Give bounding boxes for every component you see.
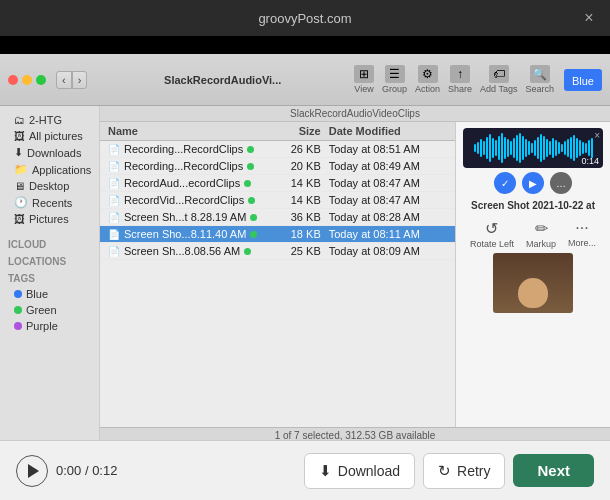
- sidebar-tag-green-label: Green: [26, 304, 57, 316]
- sidebar-tag-purple[interactable]: Purple: [0, 318, 99, 334]
- play-waveform-button[interactable]: ▶: [522, 172, 544, 194]
- favorites-section: 🗂 2-HTG 🖼 All pictures ⬇ Downloads 📁 App…: [0, 112, 99, 227]
- path-bar: SlackRecordAudioVideoClips: [100, 106, 610, 122]
- rotate-left-label: Rotate Left: [470, 239, 514, 249]
- file-size-cell: 14 KB: [266, 194, 321, 206]
- file-size-cell: 18 KB: [266, 228, 321, 240]
- green-dot: [247, 146, 254, 153]
- sidebar-item-applications[interactable]: 📁 Applications: [0, 161, 99, 178]
- waveform-bar: [558, 142, 560, 154]
- add-tags-action[interactable]: 🏷 Add Tags: [480, 65, 517, 94]
- markup-action[interactable]: ✏ Markup: [526, 219, 556, 249]
- waveform-bar: [552, 138, 554, 158]
- expand-traffic-light[interactable]: [36, 75, 46, 85]
- sidebar-item-pictures[interactable]: 🖼 Pictures: [0, 211, 99, 227]
- share-label: Share: [448, 84, 472, 94]
- pictures-folder-icon: 🖼: [14, 213, 25, 225]
- group-action[interactable]: ☰ Group: [382, 65, 407, 94]
- waveform-bar: [582, 142, 584, 154]
- sidebar-tag-green[interactable]: Green: [0, 302, 99, 318]
- waveform-bar: [579, 140, 581, 156]
- file-name-cell: 📄 RecordVid...RecordClips: [108, 194, 266, 206]
- col-date-header: Date Modified: [329, 125, 447, 137]
- sidebar-item-all-pictures[interactable]: 🖼 All pictures: [0, 128, 99, 144]
- blue-tag-dot: [14, 290, 22, 298]
- waveform-bar: [501, 133, 503, 163]
- back-button[interactable]: ‹: [56, 71, 72, 89]
- waveform-bar: [534, 140, 536, 156]
- rotate-left-icon: ↺: [485, 219, 498, 238]
- group-icon: ☰: [385, 65, 405, 83]
- search-action[interactable]: 🔍 Search: [525, 65, 554, 94]
- waveform-bar: [528, 141, 530, 155]
- view-action[interactable]: ⊞ View: [354, 65, 374, 94]
- download-label: Download: [338, 463, 400, 479]
- search-value: Blue: [572, 75, 594, 87]
- retry-button[interactable]: ↻ Retry: [423, 453, 505, 489]
- play-button[interactable]: [16, 455, 48, 487]
- file-name-cell: 📄 Screen Sho...8.11.40 AM: [108, 228, 266, 240]
- minimize-traffic-light[interactable]: [22, 75, 32, 85]
- sidebar-item-downloads[interactable]: ⬇ Downloads: [0, 144, 99, 161]
- waveform-time: 0:14: [581, 156, 599, 166]
- desktop-icon: 🖥: [14, 180, 25, 192]
- file-type-icon: 📄: [108, 178, 120, 189]
- sidebar-tag-blue-label: Blue: [26, 288, 48, 300]
- thumbnail-preview: [493, 253, 573, 313]
- table-row[interactable]: 📄 Recording...RecordClips 20 KB Today at…: [100, 158, 455, 175]
- share-action[interactable]: ↑ Share: [448, 65, 472, 94]
- sidebar-item-label: All pictures: [29, 130, 83, 142]
- finder-status-bar: 1 of 7 selected, 312.53 GB available: [100, 427, 610, 440]
- close-button[interactable]: ×: [580, 9, 598, 27]
- tags-header: Tags: [0, 269, 99, 286]
- waveform-close[interactable]: ×: [594, 130, 600, 141]
- waveform-bar: [510, 141, 512, 155]
- table-row[interactable]: 📄 Recording...RecordClips 26 KB Today at…: [100, 141, 455, 158]
- waveform-bar: [507, 139, 509, 157]
- waveform-bar: [492, 138, 494, 158]
- markup-icon: ✏: [535, 219, 548, 238]
- finder-body: 🗂 2-HTG 🖼 All pictures ⬇ Downloads 📁 App…: [0, 106, 610, 440]
- search-field[interactable]: Blue: [564, 69, 602, 91]
- waveform-bar: [567, 139, 569, 157]
- waveform-bar: [495, 140, 497, 156]
- table-row[interactable]: 📄 RecordVid...RecordClips 14 KB Today at…: [100, 192, 455, 209]
- site-title: groovyPost.com: [258, 11, 351, 26]
- download-button[interactable]: ⬇ Download: [304, 453, 415, 489]
- purple-tag-dot: [14, 322, 22, 330]
- download-icon: ⬇: [319, 462, 332, 480]
- waveform-area: × 0:14: [463, 128, 603, 168]
- file-size-cell: 14 KB: [266, 177, 321, 189]
- sidebar-item-2htg[interactable]: 🗂 2-HTG: [0, 112, 99, 128]
- table-row[interactable]: 📄 RecordAud...ecordClips 14 KB Today at …: [100, 175, 455, 192]
- file-size-cell: 26 KB: [266, 143, 321, 155]
- sidebar-tag-blue[interactable]: Blue: [0, 286, 99, 302]
- waveform-bar: [480, 139, 482, 157]
- file-date-cell: Today at 08:47 AM: [329, 177, 447, 189]
- bottom-bar: 0:00 / 0:12 ⬇ Download ↻ Retry Next: [0, 440, 610, 500]
- table-row[interactable]: 📄 Screen Sho...8.11.40 AM 18 KB Today at…: [100, 226, 455, 243]
- rotate-left-action[interactable]: ↺ Rotate Left: [470, 219, 514, 249]
- table-row[interactable]: 📄 Screen Sh...t 8.28.19 AM 36 KB Today a…: [100, 209, 455, 226]
- time-display: 0:00 / 0:12: [56, 463, 117, 478]
- search-label: Search: [525, 84, 554, 94]
- file-date-cell: Today at 08:28 AM: [329, 211, 447, 223]
- close-traffic-light[interactable]: [8, 75, 18, 85]
- file-type-icon: 📄: [108, 195, 120, 206]
- waveform-bars: [471, 128, 596, 168]
- waveform-bar: [489, 134, 491, 162]
- check-button[interactable]: ✓: [494, 172, 516, 194]
- forward-button[interactable]: ›: [72, 71, 88, 89]
- green-dot: [248, 197, 255, 204]
- waveform-bar: [588, 140, 590, 156]
- sidebar-item-desktop[interactable]: 🖥 Desktop: [0, 178, 99, 194]
- action-action[interactable]: ⚙ Action: [415, 65, 440, 94]
- table-row[interactable]: 📄 Screen Sh...8.08.56 AM 25 KB Today at …: [100, 243, 455, 260]
- file-size-cell: 25 KB: [266, 245, 321, 257]
- more-button[interactable]: …: [550, 172, 572, 194]
- next-button[interactable]: Next: [513, 454, 594, 487]
- more-action[interactable]: ··· More...: [568, 219, 596, 249]
- sidebar-item-label: Downloads: [27, 147, 81, 159]
- file-type-icon: 📄: [108, 144, 120, 155]
- sidebar-item-recents[interactable]: 🕐 Recents: [0, 194, 99, 211]
